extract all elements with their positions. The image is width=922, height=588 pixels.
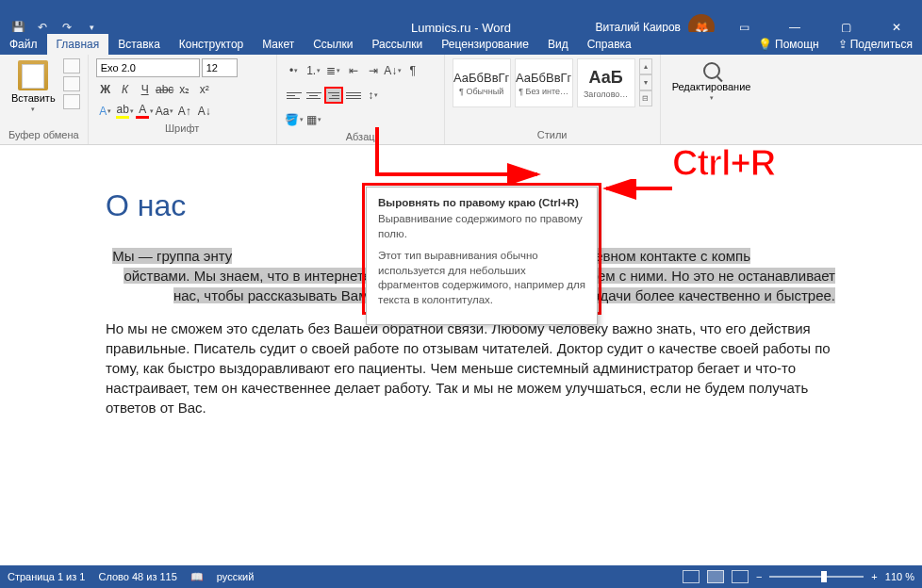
tab-layout[interactable]: Макет xyxy=(253,34,304,55)
group-editing: Редактирование ▾ xyxy=(661,55,763,144)
tab-view[interactable]: Вид xyxy=(538,34,578,55)
grow-font-button[interactable]: A↑ xyxy=(175,102,194,121)
tooltip-body1: Выравнивание содержимого по правому полю… xyxy=(378,212,585,241)
status-words[interactable]: Слово 48 из 115 xyxy=(98,571,176,582)
paste-label: Вставить xyxy=(11,92,56,104)
highlight-button[interactable]: ab xyxy=(116,102,135,121)
copy-icon[interactable] xyxy=(63,76,80,91)
status-page[interactable]: Страница 1 из 1 xyxy=(8,571,85,582)
zoom-level[interactable]: 110 % xyxy=(885,571,914,582)
zoom-out-button[interactable]: − xyxy=(756,571,762,582)
cut-icon[interactable] xyxy=(63,58,80,74)
group-label-styles: Стили xyxy=(453,127,652,144)
bulb-icon: 💡 xyxy=(758,38,772,51)
decrease-indent-button[interactable]: ⇤ xyxy=(344,61,363,80)
align-right-tooltip: Выровнять по правому краю (Ctrl+R) Вырав… xyxy=(366,187,598,325)
font-size-combo[interactable]: 12 xyxy=(202,58,238,77)
tell-me-button[interactable]: 💡Помощн xyxy=(749,34,829,55)
align-center-button[interactable] xyxy=(305,87,323,104)
group-label-clipboard: Буфер обмена xyxy=(8,127,80,144)
tab-file[interactable]: Файл xyxy=(0,34,47,55)
editing-label: Редактирование xyxy=(672,81,751,92)
show-marks-button[interactable]: ¶ xyxy=(403,61,422,80)
underline-button[interactable]: Ч xyxy=(136,80,155,99)
change-case-button[interactable]: Aa xyxy=(156,102,174,121)
shrink-font-button[interactable]: A↓ xyxy=(195,102,214,121)
group-label-font: Шрифт xyxy=(96,121,269,138)
share-button[interactable]: ⇪Поделиться xyxy=(829,34,922,55)
paste-button[interactable]: Вставить ▾ xyxy=(8,58,59,115)
align-right-button[interactable] xyxy=(324,87,343,104)
annotation-shortcut: Ctrl+R xyxy=(672,143,775,184)
style-heading1[interactable]: АаБЗаголово… xyxy=(577,58,635,107)
titlebar: 💾 ↶ ↷ ▾ Lumpics.ru - Word Виталий Каиров… xyxy=(0,0,922,55)
tooltip-title: Выровнять по правому краю (Ctrl+R) xyxy=(378,197,585,208)
format-painter-icon[interactable] xyxy=(63,94,80,109)
find-button[interactable]: Редактирование ▾ xyxy=(668,58,755,106)
zoom-slider[interactable] xyxy=(769,569,864,584)
spellcheck-icon[interactable]: 📖 xyxy=(190,571,204,583)
style-no-spacing[interactable]: АаБбВвГг¶ Без инте… xyxy=(515,58,573,107)
statusbar: Страница 1 из 1 Слово 48 из 115 📖 русски… xyxy=(0,565,922,588)
tab-help[interactable]: Справка xyxy=(578,34,641,55)
bold-button[interactable]: Ж xyxy=(96,80,115,99)
increase-indent-button[interactable]: ⇥ xyxy=(364,61,383,80)
italic-button[interactable]: К xyxy=(116,80,135,99)
tab-references[interactable]: Ссылки xyxy=(304,34,362,55)
read-mode-icon[interactable] xyxy=(683,570,700,583)
tab-home[interactable]: Главная xyxy=(47,34,109,55)
multilevel-button[interactable]: ≣ xyxy=(324,61,343,80)
ribbon-tabs: Файл Главная Вставка Конструктор Макет С… xyxy=(0,32,922,55)
font-color-button[interactable]: A xyxy=(136,102,155,121)
zoom-in-button[interactable]: + xyxy=(871,571,877,582)
tooltip-body2: Этот тип выравнивания обычно используетс… xyxy=(378,249,585,307)
ribbon: Вставить ▾ Буфер обмена Exo 2.0 12 Ж К Ч… xyxy=(0,55,922,145)
paste-icon xyxy=(18,60,48,90)
borders-button[interactable]: ▦ xyxy=(305,110,323,129)
tab-design[interactable]: Конструктор xyxy=(170,34,253,55)
group-styles: АаБбВвГг¶ Обычный АаБбВвГг¶ Без инте… Аа… xyxy=(445,55,661,144)
subscript-button[interactable]: x₂ xyxy=(175,80,194,99)
group-clipboard: Вставить ▾ Буфер обмена xyxy=(0,55,89,144)
text-effects-button[interactable]: A xyxy=(96,102,115,121)
shading-button[interactable]: 🪣 xyxy=(285,110,304,129)
group-label-paragraph: Абзац xyxy=(285,129,436,146)
superscript-button[interactable]: x² xyxy=(195,80,214,99)
font-name-combo[interactable]: Exo 2.0 xyxy=(96,58,200,77)
styles-gallery-arrows[interactable]: ▴▾⊟ xyxy=(639,58,652,106)
tab-review[interactable]: Рецензирование xyxy=(432,34,538,55)
group-paragraph: • 1. ≣ ⇤ ⇥ A↓ ¶ ↕ 🪣 ▦ Абзац xyxy=(277,55,445,144)
numbering-button[interactable]: 1. xyxy=(305,61,323,80)
search-icon xyxy=(703,62,720,79)
paragraph-2: Но мы не сможем это сделать без Вашей об… xyxy=(106,318,835,417)
line-spacing-button[interactable]: ↕ xyxy=(364,86,383,105)
bullets-button[interactable]: • xyxy=(285,61,304,80)
tab-mailings[interactable]: Рассылки xyxy=(362,34,432,55)
tab-insert[interactable]: Вставка xyxy=(108,34,170,55)
align-left-button[interactable] xyxy=(285,87,304,104)
sort-button[interactable]: A↓ xyxy=(384,61,403,80)
strike-button[interactable]: abc xyxy=(156,80,174,99)
status-language[interactable]: русский xyxy=(217,571,254,582)
share-icon: ⇪ xyxy=(838,38,848,51)
print-layout-icon[interactable] xyxy=(707,570,724,583)
align-justify-button[interactable] xyxy=(344,87,363,104)
web-layout-icon[interactable] xyxy=(732,570,749,583)
style-normal[interactable]: АаБбВвГг¶ Обычный xyxy=(453,58,511,107)
group-font: Exo 2.0 12 Ж К Ч abc x₂ x² A ab A Aa A↑ … xyxy=(89,55,277,144)
